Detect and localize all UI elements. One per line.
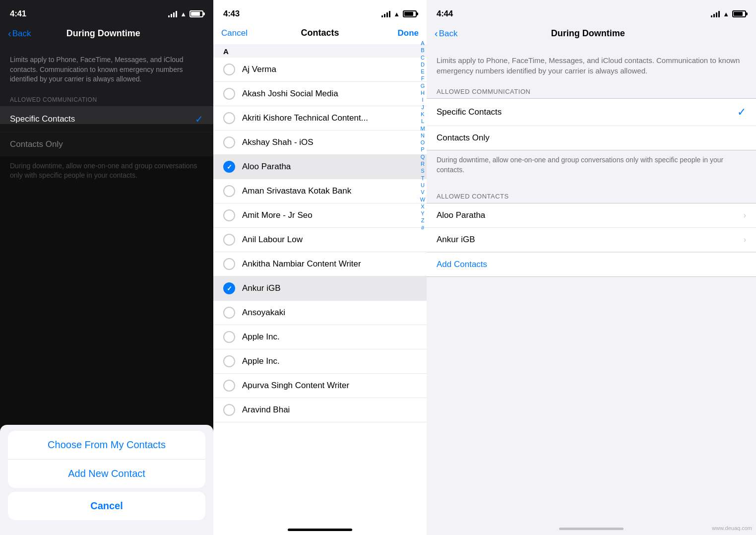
s1-back-button[interactable]: ‹ Back bbox=[8, 28, 31, 39]
s2-index-i[interactable]: I bbox=[422, 96, 423, 103]
s3-status-bar: 4:44 ▲ bbox=[427, 0, 756, 24]
s3-home-indicator bbox=[559, 528, 624, 530]
s2-index-b[interactable]: B bbox=[421, 47, 424, 54]
s2-index-o[interactable]: O bbox=[421, 139, 425, 146]
s3-time: 4:44 bbox=[437, 9, 453, 19]
screen2-frame: 4:43 ▲ Cancel Contacts Done A Aj Verma bbox=[213, 0, 427, 535]
s2-index-c[interactable]: C bbox=[421, 54, 425, 61]
s2-home-indicator bbox=[213, 520, 427, 535]
s3-ankur-name: Ankur iGB bbox=[437, 235, 475, 245]
s2-index-f[interactable]: F bbox=[421, 75, 425, 82]
s3-options-table: Specific Contacts ✓ Contacts Only bbox=[427, 98, 756, 150]
s1-add-new-contact-button[interactable]: Add New Contact bbox=[8, 460, 205, 488]
s2-radio-apple1 bbox=[223, 331, 235, 343]
s2-radio-apurva bbox=[223, 380, 235, 392]
s2-radio-amit bbox=[223, 209, 235, 221]
s2-index-k[interactable]: K bbox=[421, 111, 424, 118]
s2-index-j[interactable]: J bbox=[421, 104, 424, 111]
s2-contact-anil[interactable]: Anil Labour Low bbox=[213, 228, 427, 252]
s2-nav-title: Contacts bbox=[251, 28, 389, 38]
s1-back-chevron-icon: ‹ bbox=[8, 28, 11, 39]
s2-index-h[interactable]: H bbox=[421, 89, 425, 96]
s2-radio-aman bbox=[223, 185, 235, 197]
s3-specific-contacts-row[interactable]: Specific Contacts ✓ bbox=[427, 99, 756, 126]
s2-index-p[interactable]: P bbox=[421, 146, 424, 153]
s2-radio-akriti bbox=[223, 112, 235, 124]
s2-index-g[interactable]: G bbox=[421, 82, 425, 89]
s3-add-contacts-button[interactable]: Add Contacts bbox=[427, 252, 756, 276]
s2-contact-apple1[interactable]: Apple Inc. bbox=[213, 325, 427, 349]
s3-contacts-only-label: Contacts Only bbox=[437, 133, 490, 143]
s2-name-amit: Amit More - Jr Seo bbox=[242, 210, 313, 220]
s3-ankur-row[interactable]: Ankur iGB › bbox=[427, 228, 756, 252]
s2-radio-aj-verma bbox=[223, 64, 235, 75]
s2-index-l[interactable]: L bbox=[421, 118, 424, 125]
s2-index-q[interactable]: Q bbox=[421, 153, 425, 160]
s1-battery-icon bbox=[189, 10, 203, 17]
s2-name-ankitha: Ankitha Nambiar Content Writer bbox=[242, 259, 361, 269]
s2-contact-aman[interactable]: Aman Srivastava Kotak Bank bbox=[213, 179, 427, 203]
s2-index-s[interactable]: S bbox=[421, 167, 424, 174]
s2-index-e[interactable]: E bbox=[421, 68, 424, 75]
s2-index-z[interactable]: Z bbox=[421, 217, 425, 224]
s2-signal-icon bbox=[381, 10, 390, 17]
s2-cancel-button[interactable]: Cancel bbox=[221, 28, 251, 38]
s2-index-v[interactable]: V bbox=[421, 189, 424, 196]
s2-index-r[interactable]: R bbox=[421, 160, 425, 167]
s2-contact-apple2[interactable]: Apple Inc. bbox=[213, 349, 427, 374]
s2-name-apple2: Apple Inc. bbox=[242, 356, 280, 366]
s2-battery-icon bbox=[403, 10, 417, 17]
s1-specific-contacts-label: Specific Contacts bbox=[10, 114, 75, 124]
s2-contact-aj-verma[interactable]: Aj Verma bbox=[213, 58, 427, 82]
s3-battery-icon bbox=[732, 10, 746, 17]
s3-aloo-row[interactable]: Aloo Paratha › bbox=[427, 203, 756, 228]
s2-contact-akriti[interactable]: Akriti Kishore Technical Content... bbox=[213, 106, 427, 131]
s1-description: Limits apply to Phone, FaceTime, Message… bbox=[0, 45, 213, 92]
s1-time: 4:41 bbox=[10, 9, 26, 19]
s2-radio-apple2 bbox=[223, 355, 235, 367]
s2-section-a-header: A bbox=[213, 44, 427, 58]
s2-index-m[interactable]: M bbox=[420, 125, 425, 132]
s2-name-apple1: Apple Inc. bbox=[242, 332, 280, 342]
s2-name-ankur: Ankur iGB bbox=[242, 283, 280, 293]
s2-contact-ansoyakaki[interactable]: Ansoyakaki bbox=[213, 301, 427, 325]
s1-section-label: ALLOWED COMMUNICATION bbox=[0, 92, 213, 106]
s2-index-a[interactable]: A bbox=[421, 40, 424, 47]
s3-nav-title: During Downtime bbox=[457, 28, 718, 39]
s2-contact-aloo[interactable]: Aloo Paratha bbox=[213, 155, 427, 179]
s2-contact-amit[interactable]: Amit More - Jr Seo bbox=[213, 203, 427, 228]
s1-sheet-actions: Choose From My Contacts Add New Contact bbox=[8, 431, 205, 488]
s2-contact-ankitha[interactable]: Ankitha Nambiar Content Writer bbox=[213, 252, 427, 276]
s2-contact-list: Aj Verma Akash Joshi Social Media Akriti… bbox=[213, 58, 427, 520]
s2-index-x[interactable]: X bbox=[421, 203, 424, 210]
s2-index-t[interactable]: T bbox=[421, 175, 425, 182]
s2-name-akriti: Akriti Kishore Technical Content... bbox=[242, 113, 368, 123]
s1-status-icons: ▲ bbox=[168, 10, 203, 18]
s2-index-u[interactable]: U bbox=[421, 182, 425, 189]
s1-cancel-button[interactable]: Cancel bbox=[8, 492, 205, 520]
screen3-frame: 4:44 ▲ ‹ Back During Downtime Limits app… bbox=[427, 0, 756, 535]
s2-radio-ansoyakaki bbox=[223, 307, 235, 319]
s2-alpha-index: A B C D E F G H I J K L M N O P Q R S T … bbox=[419, 40, 427, 231]
s2-contact-aravind[interactable]: Aravind Bhai bbox=[213, 398, 427, 422]
s2-contact-apurva[interactable]: Apurva Singh Content Writer bbox=[213, 374, 427, 398]
s2-index-hash[interactable]: # bbox=[421, 224, 424, 231]
s2-name-akash: Akash Joshi Social Media bbox=[242, 89, 338, 99]
s1-choose-contacts-button[interactable]: Choose From My Contacts bbox=[8, 431, 205, 460]
s3-description: Limits apply to Phone, FaceTime, Message… bbox=[427, 45, 756, 84]
s2-contact-akshay[interactable]: Akshay Shah - iOS bbox=[213, 131, 427, 155]
s3-contacts-section: ALLOWED CONTACTS Aloo Paratha › Ankur iG… bbox=[427, 189, 756, 277]
s2-name-ansoyakaki: Ansoyakaki bbox=[242, 308, 285, 318]
s3-contacts-only-row[interactable]: Contacts Only bbox=[427, 126, 756, 150]
s3-specific-contacts-label: Specific Contacts bbox=[437, 107, 502, 117]
s2-name-aman: Aman Srivastava Kotak Bank bbox=[242, 186, 351, 196]
s2-contact-akash[interactable]: Akash Joshi Social Media bbox=[213, 82, 427, 106]
s2-index-d[interactable]: D bbox=[421, 61, 425, 68]
s2-index-w[interactable]: W bbox=[420, 196, 425, 203]
s2-index-n[interactable]: N bbox=[421, 132, 425, 139]
s2-contact-ankur[interactable]: Ankur iGB bbox=[213, 276, 427, 301]
s3-wifi-icon: ▲ bbox=[723, 10, 729, 18]
s3-back-button[interactable]: ‹ Back bbox=[435, 28, 457, 39]
s2-done-button[interactable]: Done bbox=[389, 28, 419, 38]
s2-index-y[interactable]: Y bbox=[421, 210, 424, 217]
